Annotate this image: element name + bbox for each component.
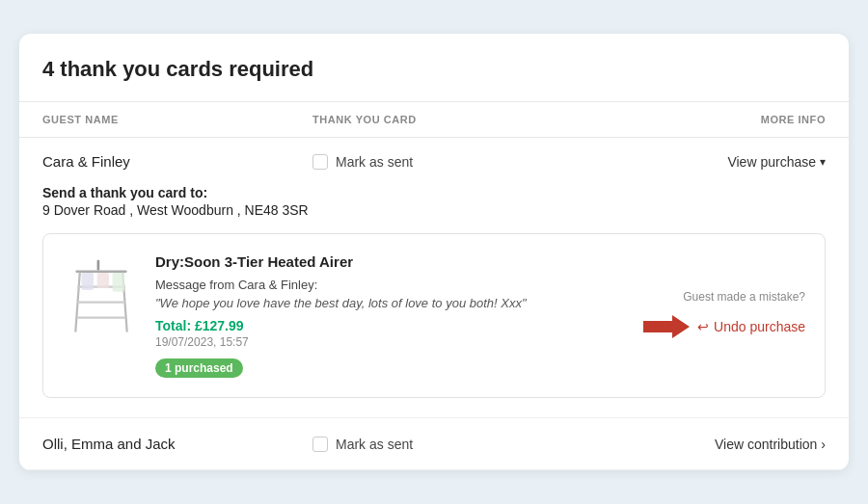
view-action-2[interactable]: View contribution › [710, 437, 826, 452]
col-thank-you-card: THANK YOU CARD [312, 114, 710, 125]
total-amount: Total: £127.99 [155, 318, 616, 333]
guest-name-2: Olli, Emma and Jack [42, 436, 312, 452]
col-guest-name: GUEST NAME [42, 114, 312, 125]
view-action-1[interactable]: View purchase ▾ [710, 154, 826, 170]
mark-sent-checkbox-1[interactable] [312, 154, 328, 170]
mark-sent-label-1[interactable]: Mark as sent [336, 154, 413, 170]
guest-row-1: Cara & Finley Mark as sent View purchase… [19, 138, 849, 418]
expanded-section-1: Send a thank you card to: 9 Dover Road ,… [19, 185, 849, 417]
undo-section: ↩ Undo purchase [643, 311, 805, 342]
send-address: Send a thank you card to: 9 Dover Road ,… [42, 185, 826, 218]
svg-rect-0 [97, 260, 100, 271]
purchase-date: 19/07/2023, 15:57 [155, 335, 616, 349]
guest-row-2: Olli, Emma and Jack Mark as sent View co… [19, 418, 849, 470]
product-card: Dry:Soon 3-Tier Heated Airer Message fro… [42, 233, 826, 398]
svg-rect-8 [97, 273, 109, 288]
svg-rect-5 [77, 301, 125, 303]
col-more-info: MORE INFO [710, 114, 826, 125]
mark-sent-checkbox-2[interactable] [312, 437, 328, 452]
send-to-label: Send a thank you card to: [42, 185, 826, 200]
mark-as-sent-1: Mark as sent [312, 154, 710, 170]
product-image [63, 253, 140, 340]
main-card: 4 thank you cards required GUEST NAME TH… [19, 34, 849, 470]
card-header: 4 thank you cards required [19, 34, 849, 102]
product-name: Dry:Soon 3-Tier Heated Airer [155, 253, 616, 270]
airer-icon [68, 258, 135, 335]
purchased-badge: 1 purchased [155, 358, 243, 378]
product-actions: Guest made a mistake? ↩ Undo purchase [632, 253, 805, 378]
svg-marker-10 [643, 315, 690, 338]
view-purchase-link[interactable]: View purchase [727, 154, 816, 170]
svg-rect-1 [75, 270, 126, 273]
mark-sent-label-2[interactable]: Mark as sent [336, 437, 413, 452]
undo-purchase-button[interactable]: ↩ Undo purchase [697, 319, 805, 334]
mistake-text: Guest made a mistake? [683, 290, 805, 304]
svg-rect-9 [113, 273, 124, 292]
guest-row-main-2: Olli, Emma and Jack Mark as sent View co… [19, 418, 849, 469]
mark-as-sent-2: Mark as sent [312, 437, 710, 452]
message-text: "We hope you love have the best day, lot… [155, 296, 616, 310]
svg-rect-6 [77, 316, 125, 318]
column-headers: GUEST NAME THANK YOU CARD MORE INFO [19, 102, 849, 138]
address-text: 9 Dover Road , West Woodburn , NE48 3SR [42, 202, 826, 218]
chevron-right-icon: › [821, 437, 826, 452]
undo-icon: ↩ [697, 319, 709, 334]
chevron-down-icon: ▾ [820, 155, 826, 169]
guest-name-1: Cara & Finley [42, 153, 312, 170]
guest-row-main-1: Cara & Finley Mark as sent View purchase… [19, 138, 849, 185]
product-details: Dry:Soon 3-Tier Heated Airer Message fro… [155, 253, 616, 378]
arrow-right-icon [643, 311, 690, 342]
undo-label: Undo purchase [714, 319, 805, 334]
svg-rect-7 [82, 273, 94, 290]
page-title: 4 thank you cards required [42, 57, 826, 82]
view-contribution-link[interactable]: View contribution [715, 437, 817, 452]
message-from-label: Message from Cara & Finley: [155, 278, 616, 292]
